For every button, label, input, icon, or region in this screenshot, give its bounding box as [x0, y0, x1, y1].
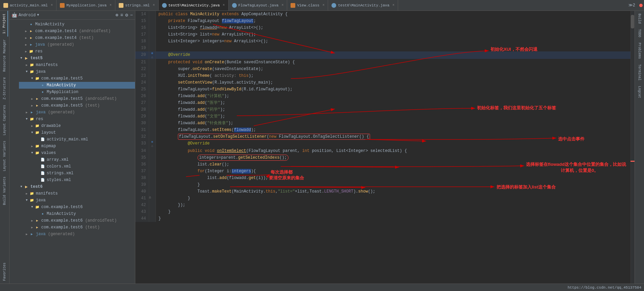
scrollbar-thumb[interactable] — [631, 15, 634, 28]
vertical-scrollbar[interactable] — [630, 11, 635, 284]
line-content[interactable]: flowadd.add("文管"); — [156, 113, 630, 120]
line-content[interactable]: public class MainActivity extends AppCom… — [156, 11, 630, 18]
tree-item-test6-androidtest[interactable]: ▶ ▶ com.example.test6 (androidTest) — [19, 217, 135, 224]
right-panel-todo[interactable]: TODO — [636, 26, 643, 40]
line-content[interactable]: for(Integer i:integers){ — [156, 168, 630, 175]
tab-close-icon[interactable]: × — [223, 3, 225, 7]
right-panel-problems[interactable]: Problems — [636, 40, 643, 62]
line-content[interactable]: private FlowTagLayout flowTagLayout; — [156, 18, 630, 24]
line-content[interactable]: }); — [156, 202, 630, 208]
tab-close-icon[interactable]: × — [281, 3, 283, 7]
tree-item-test5-test[interactable]: ▶ ▶ com.example.test5 (test) — [19, 102, 135, 109]
panel-tab-captures[interactable]: Layout Captures — [1, 102, 8, 138]
tab-activity-main-xml[interactable]: activity_main.xml × — [0, 0, 56, 11]
tree-item-res-test5[interactable]: ▼ 📁 res — [19, 116, 135, 122]
tree-item-test4-test[interactable]: ▶ ▶ com.example.test4 (test) — [19, 35, 135, 41]
tab-close-icon[interactable]: × — [392, 3, 394, 7]
tree-item-manifests[interactable]: ▶ 📁 manifests — [19, 62, 135, 68]
line-content[interactable]: List<Integer> integers=new ArrayList<>()… — [156, 38, 630, 45]
line-content[interactable]: flowadd.add("针灸推拿"); — [156, 120, 630, 127]
tree-item-array-xml[interactable]: 📄 array.xml — [19, 156, 135, 163]
tree-item-activity-main-xml[interactable]: 📄 activity_main.xml — [19, 136, 135, 143]
tree-item-test6[interactable]: ▼ ▶ test6 — [19, 183, 135, 190]
line-content[interactable]: list.clear(); — [156, 161, 630, 168]
line-content[interactable]: setContentView(R.layout.activity_main); — [156, 79, 630, 86]
tab-overflow[interactable]: ≫2 — [626, 3, 638, 8]
line-content[interactable]: flowTagLayout.setOnTagSelectListener(new… — [156, 133, 630, 140]
right-panel-logcat[interactable]: Logcat — [636, 83, 643, 101]
tree-item-drawable[interactable]: ▶ 📁 drawable — [19, 122, 135, 129]
tree-item-mainactivity-selected[interactable]: ● MainActivity — [19, 82, 135, 89]
tree-item-styles-xml[interactable]: 📄 styles.xml — [19, 177, 135, 183]
panel-tab-resource[interactable]: Resource Manager — [1, 37, 8, 74]
tab-view-class[interactable]: View.class × — [287, 0, 328, 11]
tree-item-test4-androidtest[interactable]: ▶ ▶ com.example.test4 (androidTest) — [19, 28, 135, 35]
tree-item-test5-package[interactable]: ▼ 📁 com.example.test5 — [19, 75, 135, 82]
line-content[interactable]: public void onItemSelect(FlowTagLayout p… — [156, 148, 630, 154]
tree-item-java[interactable]: ▼ 📁 java — [19, 68, 135, 75]
line-content[interactable]: Toast.makeText(MainActivity.this,"list="… — [156, 188, 630, 195]
panel-tab-build-variants[interactable]: Build Variants — [1, 174, 8, 208]
tab-test5-mainactivity-java[interactable]: test5\MainActivity.java × — [159, 0, 229, 11]
tree-item-java-test6[interactable]: ▼ 📁 java — [19, 197, 135, 204]
minimize-icon[interactable]: − — [130, 13, 133, 18]
line-content[interactable]: integers=parent.getSelectedIndexs(); — [156, 154, 630, 161]
tree-item-res[interactable]: ▶ 📁 res — [19, 48, 135, 55]
line-content[interactable]: } — [156, 195, 630, 202]
line-content[interactable]: flowadd.add("计算机"); — [156, 93, 630, 99]
right-panel-terminal[interactable]: Terminal — [636, 62, 643, 83]
tab-flowtaglayout-java[interactable]: FlowTagLayout.java × — [229, 0, 288, 11]
tree-item-values[interactable]: ▼ 📁 values — [19, 150, 135, 156]
tab-close-icon[interactable]: × — [322, 3, 324, 7]
collapse-icon[interactable]: ≡ — [120, 13, 123, 18]
tree-item-test6-test[interactable]: ▶ ▶ com.example.test6 (test) — [19, 224, 135, 231]
tree-item-colors-xml[interactable]: 📄 colors.xml — [19, 163, 135, 170]
line-content[interactable]: } — [156, 181, 630, 188]
tab-close-icon[interactable]: × — [153, 3, 155, 7]
panel-tab-favorites[interactable]: Favorites — [1, 260, 8, 284]
tree-item-java-gen-test6[interactable]: ▶ ▶ java (generated) — [19, 231, 135, 238]
tree-item-test6-package[interactable]: ▼ 📁 com.example.test6 — [19, 204, 135, 210]
line-content[interactable]: } — [156, 208, 630, 215]
settings-icon[interactable]: ⚙ — [125, 12, 128, 18]
tree-item-mainactivity-root[interactable]: ● MainActivity — [19, 21, 135, 28]
dropdown-arrow[interactable]: ▼ — [37, 13, 39, 17]
line-content[interactable] — [156, 45, 630, 51]
tree-item-layout[interactable]: ▼ 📁 layout — [19, 129, 135, 136]
tree-item-mainactivity-test6[interactable]: ● MainActivity — [19, 210, 135, 217]
line-content[interactable]: List<String> list=new ArrayList<>(); — [156, 31, 630, 38]
line-content[interactable]: super.onCreate(savedInstanceState); — [156, 66, 630, 72]
project-tree-sidebar: 🤖 Android ▼ ⊕ ≡ ⚙ − ● MainAct — [9, 11, 135, 284]
tab-close-icon[interactable]: × — [110, 3, 112, 7]
line-content[interactable]: list.add(flowadd.get(i)); — [156, 175, 630, 181]
sync-icon[interactable]: ⊕ — [115, 12, 118, 18]
tree-item-java-gen-test5[interactable]: ▶ ▶ java (generated) — [19, 109, 135, 116]
tree-item-strings-xml[interactable]: 📄 strings.xml — [19, 170, 135, 177]
line-content[interactable]: flowTagLayout=findViewById(R.id.flowTagL… — [156, 86, 630, 93]
line-content[interactable]: flowadd.add("医学"); — [156, 99, 630, 106]
line-content[interactable]: flowTagLayout.setItems(flowadd); — [156, 127, 630, 133]
tree-item-manifests-test6[interactable]: ▶ 📁 manifests — [19, 190, 135, 197]
tab-strings-xml[interactable]: strings.xml × — [115, 0, 159, 11]
panel-tab-project[interactable]: 1: Project — [1, 11, 8, 37]
right-panel-build[interactable]: Build — [636, 11, 643, 26]
tab-close-icon[interactable]: × — [51, 3, 53, 7]
panel-tab-variants[interactable]: Layout Variants — [1, 138, 8, 174]
tree-item-test5-androidtest[interactable]: ▶ ▶ com.example.test5 (androidTest) — [19, 95, 135, 102]
fold-icon[interactable]: △ — [149, 195, 156, 199]
line-content[interactable]: @Override — [156, 51, 630, 59]
line-content[interactable]: @Override — [156, 140, 630, 148]
tree-item-java-generated[interactable]: ▶ ▶ java (generated) — [19, 41, 135, 48]
tab-test6-mainactivity-java[interactable]: test6\MainActivity.java × — [328, 0, 398, 11]
tree-item-mipmap[interactable]: ▶ 📁 mipmap — [19, 143, 135, 150]
line-content[interactable]: protected void onCreate(Bundle savedInst… — [156, 59, 630, 66]
tree-item-test5[interactable]: ▼ ▶ test5 — [19, 55, 135, 62]
line-content[interactable]: } — [156, 215, 630, 222]
code-editor[interactable]: 14 public class MainActivity extends App… — [135, 11, 630, 284]
line-content[interactable]: flowadd.add("药学"); — [156, 106, 630, 113]
line-content[interactable]: XUI.initTheme( activity: this); — [156, 72, 630, 79]
tree-item-myapplication[interactable]: ● MyApplication — [19, 89, 135, 95]
tab-myapplication-java[interactable]: MyApplication.java × — [56, 0, 115, 11]
line-content[interactable]: List<String> flowadd=new ArrayList<>(); — [156, 24, 630, 31]
panel-tab-structure[interactable]: Z-Structure — [1, 74, 8, 102]
